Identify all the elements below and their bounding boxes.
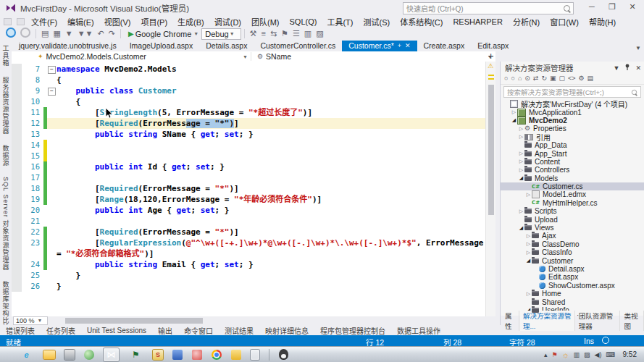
- code-text[interactable]: [Required(ErrorMessage = "*")]: [57, 183, 485, 194]
- tray-app2-icon[interactable]: ▨: [584, 351, 590, 358]
- solution-explorer-title-bar[interactable]: 解决方案资源管理器 ▼ ✕: [501, 62, 644, 73]
- collapse-arrow-icon[interactable]: ◢: [511, 117, 517, 123]
- bottom-tab[interactable]: 错误列表: [6, 325, 35, 336]
- close-button[interactable]: ✕: [622, 0, 643, 13]
- menu-item[interactable]: 体系结构(C): [395, 16, 448, 28]
- pin-icon[interactable]: +: [398, 41, 401, 51]
- tree-item[interactable]: ▷Home: [501, 290, 644, 298]
- bookmark-icon[interactable]: ⚑: [281, 28, 288, 39]
- bottom-tab[interactable]: 任务列表: [46, 325, 75, 336]
- menu-item[interactable]: 生成(B): [172, 16, 209, 28]
- quick-launch-input[interactable]: 快速启动 (Ctrl+Q): [403, 2, 574, 14]
- run-target-dropdown[interactable]: Google Chrome: [135, 30, 192, 38]
- tree-item[interactable]: Detail.aspx: [501, 265, 644, 273]
- expand-arrow-icon[interactable]: ▷: [518, 209, 524, 214]
- taskbar-tool-green-icon[interactable]: [84, 350, 94, 360]
- view-code-icon[interactable]: <>: [568, 74, 576, 83]
- tab-overflow-icon[interactable]: ▼: [635, 45, 641, 51]
- editor-tab[interactable]: jquery.validate.unobtrusive.js: [12, 41, 123, 51]
- editor-vertical-scrollbar[interactable]: ✛ ⚠: [485, 62, 495, 316]
- tree-item[interactable]: ▷App_Start: [501, 149, 644, 157]
- expand-arrow-icon[interactable]: ▷: [525, 192, 532, 198]
- collapse-arrow-icon[interactable]: ◢: [525, 258, 532, 264]
- code-text[interactable]: }: [57, 281, 485, 292]
- format-icon[interactable]: ▨: [316, 28, 323, 39]
- tray-language-icon[interactable]: ⌨: [606, 351, 616, 358]
- tool-window-tab[interactable]: 服务器资源管理器: [1, 77, 11, 135]
- new-file-icon[interactable]: ▤: [41, 28, 49, 39]
- tray-expand-icon[interactable]: ▴: [544, 351, 548, 358]
- editor-tab[interactable]: Edit.aspx: [471, 41, 515, 51]
- horizontal-scrollbar-thumb[interactable]: [65, 318, 203, 324]
- menu-item[interactable]: 测试(S): [358, 16, 395, 28]
- code-text[interactable]: namespace MvcDemo2.Models: [57, 64, 485, 75]
- refresh-icon[interactable]: ↻: [541, 74, 547, 83]
- menu-item[interactable]: 视图(V): [99, 16, 136, 28]
- indent-icon[interactable]: ▥: [304, 28, 311, 39]
- menu-item[interactable]: 窗口(W): [545, 16, 584, 28]
- properties-icon[interactable]: ⚙: [579, 74, 585, 83]
- tree-item[interactable]: App_Data: [501, 141, 644, 149]
- navigate-back-icon[interactable]: [6, 28, 16, 38]
- tree-item[interactable]: ▷Content: [501, 158, 644, 166]
- code-text[interactable]: public int Age { get; set; }: [57, 205, 485, 216]
- comment-icon[interactable]: ≡: [261, 28, 265, 39]
- menu-item[interactable]: 项目(P): [135, 16, 172, 28]
- collapse-arrow-icon[interactable]: ◢: [518, 225, 524, 231]
- editor-tab[interactable]: Details.aspx: [199, 41, 254, 51]
- show-all-files-icon[interactable]: ▢: [559, 74, 565, 83]
- minimize-button[interactable]: ─: [582, 0, 602, 13]
- tree-item[interactable]: ShowCustomer.aspx: [501, 282, 644, 290]
- feedback-icon[interactable]: [602, 337, 609, 344]
- home-icon[interactable]: ⌂: [518, 74, 522, 83]
- tree-item[interactable]: ▷ClassInfo: [501, 248, 644, 256]
- code-editor[interactable]: 7−namespace MvcDemo2.Models8{9− public c…: [12, 62, 485, 316]
- tray-clock[interactable]: 9:52: [623, 350, 637, 358]
- menu-item[interactable]: 文件(F): [26, 16, 62, 28]
- tray-weather-icon[interactable]: ☼: [561, 350, 569, 359]
- tool-window-tab[interactable]: 数据源: [1, 145, 11, 167]
- fold-toggle-icon[interactable]: −: [48, 88, 56, 96]
- menu-item[interactable]: 调试(D): [209, 16, 246, 28]
- tree-item[interactable]: ▷⚙Properties: [501, 125, 644, 132]
- split-window-icon[interactable]: ✛: [488, 53, 494, 60]
- code-text[interactable]: public int Id { get; set; }: [57, 161, 485, 172]
- taskbar-tool-red-icon[interactable]: [192, 350, 202, 360]
- save-icon[interactable]: ▼: [65, 28, 73, 39]
- taskbar-file-explorer-icon[interactable]: [43, 350, 55, 359]
- code-text[interactable]: }: [57, 270, 485, 281]
- panel-tab[interactable]: 解决方案资源管理...: [520, 311, 575, 331]
- panel-tab[interactable]: 类视图: [621, 311, 644, 331]
- type-dropdown[interactable]: ✦ MvcDemo2.Models.Customer ▼: [12, 52, 251, 61]
- navigate-forward-icon[interactable]: [20, 28, 30, 38]
- taskbar-flag-tool-icon[interactable]: ⚑: [128, 348, 143, 361]
- close-icon[interactable]: ✕: [405, 41, 411, 51]
- bottom-tab[interactable]: 输出: [158, 325, 172, 336]
- taskbar-qq-icon[interactable]: [279, 349, 288, 360]
- tray-app1-icon[interactable]: ▥: [574, 351, 580, 358]
- editor-tab[interactable]: CustomerController.cs: [254, 41, 342, 51]
- find-in-files-icon[interactable]: ⚒: [250, 28, 257, 39]
- expand-arrow-icon[interactable]: ▷: [525, 291, 532, 297]
- tray-volume-icon[interactable]: ◀): [595, 351, 602, 358]
- run-icon[interactable]: ▶: [128, 30, 134, 38]
- solution-search-input[interactable]: 搜索解决方案资源管理器(Ctrl+;): [503, 86, 641, 98]
- tree-item[interactable]: Upload: [501, 215, 644, 223]
- tree-item[interactable]: ▷引用: [501, 133, 644, 141]
- menu-item[interactable]: RESHARPER: [448, 17, 507, 26]
- menu-item[interactable]: 分析(N): [508, 16, 545, 28]
- restore-button[interactable]: ❐: [602, 0, 622, 13]
- chevron-down-icon[interactable]: ▼: [614, 64, 620, 72]
- tree-item[interactable]: ▷Scripts: [501, 207, 644, 215]
- expand-arrow-icon[interactable]: ▷: [511, 109, 517, 115]
- taskbar-tool-blue-icon[interactable]: [172, 350, 183, 360]
- code-text[interactable]: public class Customer: [57, 85, 485, 96]
- tool-window-tab[interactable]: SQL Server 对象资源管理器: [1, 177, 11, 271]
- code-text[interactable]: [57, 151, 485, 161]
- tool-window-tab[interactable]: 工具箱: [1, 45, 11, 67]
- code-text[interactable]: [57, 172, 485, 183]
- panel-tab[interactable]: 团队资源管理器: [576, 311, 621, 331]
- code-text[interactable]: {: [57, 75, 485, 85]
- collapse-all-icon[interactable]: ▣: [550, 74, 556, 83]
- bottom-tab[interactable]: Unit Test Sessions: [87, 327, 146, 334]
